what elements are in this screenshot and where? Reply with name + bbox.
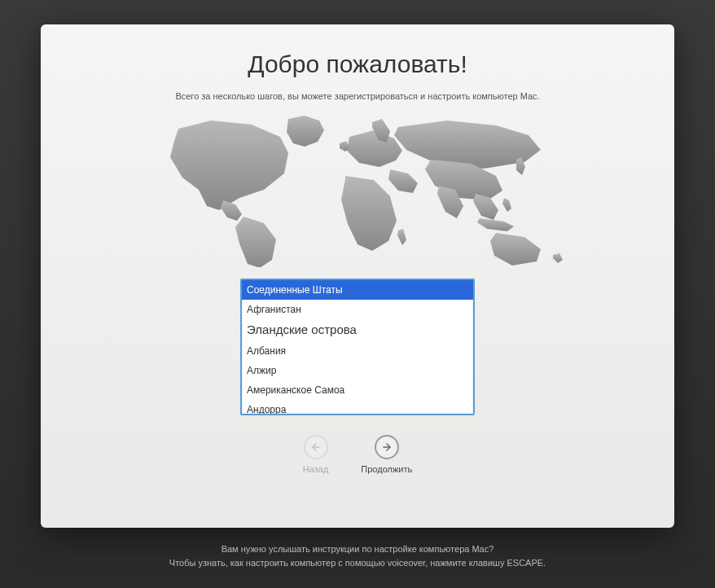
country-item[interactable]: Алжир	[242, 361, 473, 380]
page-title: Добро пожаловать!	[248, 50, 467, 78]
country-list[interactable]: Соединенные ШтатыАфганистанЭландские ост…	[240, 279, 475, 415]
world-map-image	[129, 112, 586, 267]
back-button[interactable]: Назад	[303, 435, 329, 474]
country-item[interactable]: Эландские острова	[242, 319, 473, 341]
country-item[interactable]: Андорра	[242, 400, 473, 416]
back-button-label: Назад	[303, 464, 329, 474]
voiceover-hint: Вам нужно услышать инструкции по настрой…	[169, 542, 546, 569]
continue-button[interactable]: Продолжить	[361, 435, 412, 474]
voiceover-hint-line2: Чтобы узнать, как настроить компьютер с …	[169, 556, 546, 570]
country-item[interactable]: Афганистан	[242, 300, 473, 319]
page-subtitle: Всего за несколько шагов, вы можете заре…	[175, 91, 539, 101]
arrow-left-icon	[304, 435, 328, 459]
country-item[interactable]: Соединенные Штаты	[242, 280, 473, 300]
navigation-controls: Назад Продолжить	[303, 435, 412, 474]
country-item[interactable]: Албания	[242, 341, 473, 361]
voiceover-hint-line1: Вам нужно услышать инструкции по настрой…	[169, 542, 546, 556]
setup-assistant-window: Добро пожаловать! Всего за несколько шаг…	[41, 24, 674, 528]
country-item[interactable]: Американское Самоа	[242, 380, 473, 400]
arrow-right-icon	[375, 435, 399, 459]
continue-button-label: Продолжить	[361, 464, 412, 474]
